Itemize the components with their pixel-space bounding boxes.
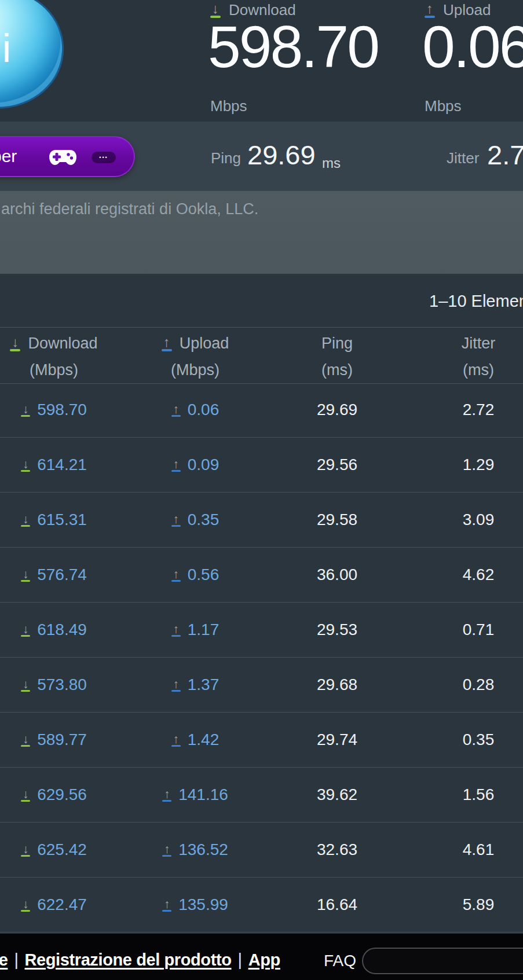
row-download-link[interactable]: ↓ 629.56 xyxy=(2,768,106,822)
upload-arrow-icon: ↑ xyxy=(171,623,181,637)
jitter-value: 2.72 xyxy=(487,139,523,171)
results-table-section: 1–10 Elementi ↓ Download (Mbps) ↑ Upload xyxy=(0,274,523,934)
upload-arrow-icon: ↑ xyxy=(171,568,181,582)
row-download-link[interactable]: ↓ 589.77 xyxy=(2,713,106,767)
row-upload-value: 1.37 xyxy=(188,676,220,694)
row-download-link[interactable]: ↓ 618.49 xyxy=(2,603,106,657)
header-jitter-unit: (ms) xyxy=(426,361,523,379)
header-download-unit: (Mbps) xyxy=(2,361,106,379)
row-upload-link[interactable]: ↑ 136.52 xyxy=(143,823,247,877)
upload-arrow-icon: ↑ xyxy=(162,843,171,857)
footer: le | Registrazione del prodotto | App FA… xyxy=(0,934,523,980)
row-ping-value: 32.63 xyxy=(285,823,389,877)
row-download-value: 622.47 xyxy=(37,895,87,914)
header-upload-label: Upload xyxy=(180,335,229,353)
row-upload-value: 0.56 xyxy=(188,566,220,584)
row-upload-link[interactable]: ↑ 0.35 xyxy=(143,493,247,547)
row-download-link[interactable]: ↓ 622.47 xyxy=(2,878,106,932)
row-upload-link[interactable]: ↑ 135.99 xyxy=(143,878,247,932)
row-download-value: 618.49 xyxy=(37,621,87,639)
header-cell-ping: Ping (ms) xyxy=(285,328,389,383)
row-upload-link[interactable]: ↑ 0.06 xyxy=(143,383,247,437)
row-ping-value: 29.53 xyxy=(285,603,389,657)
header-download-label: Download xyxy=(28,335,97,353)
upload-arrow-icon: ↑ xyxy=(171,678,181,692)
gamepad-icon[interactable] xyxy=(49,149,76,168)
upload-arrow-icon: ↑ xyxy=(162,788,171,802)
footer-link-product-registration[interactable]: Registrazione del prodotto xyxy=(25,950,232,970)
download-arrow-icon: ↓ xyxy=(21,403,30,417)
mascot-letter: i xyxy=(2,25,11,71)
row-upload-link[interactable]: ↑ 1.17 xyxy=(143,603,247,657)
more-options-button[interactable]: ••• xyxy=(92,152,116,163)
row-jitter-value: 1.29 xyxy=(426,438,523,492)
footer-link-app[interactable]: App xyxy=(248,950,280,970)
row-ping-value: 29.69 xyxy=(285,383,389,437)
row-jitter-value: 0.71 xyxy=(426,603,523,657)
table-row: ↓ 618.49 ↑ 1.17 29.53 0.71 xyxy=(0,603,523,658)
row-download-link[interactable]: ↓ 625.42 xyxy=(2,823,106,877)
row-upload-link[interactable]: ↑ 0.09 xyxy=(143,438,247,492)
download-arrow-icon: ↓ xyxy=(21,898,30,912)
row-download-value: 625.42 xyxy=(37,840,87,859)
header-ping-label: Ping xyxy=(321,335,353,353)
row-jitter-value: 4.62 xyxy=(426,548,523,602)
table-row: ↓ 625.42 ↑ 136.52 32.63 4.61 xyxy=(0,823,523,878)
row-upload-value: 135.99 xyxy=(178,895,228,914)
upload-arrow-icon: ↑ xyxy=(171,403,181,417)
upload-arrow-icon: ↑ xyxy=(171,733,181,747)
row-download-value: 629.56 xyxy=(37,786,87,804)
row-download-value: 614.21 xyxy=(37,456,87,474)
row-download-link[interactable]: ↓ 573.80 xyxy=(2,658,106,712)
row-upload-link[interactable]: ↑ 0.56 xyxy=(143,548,247,602)
row-jitter-value: 3.09 xyxy=(426,493,523,547)
upload-result: ↑ Upload 0.06 Mbps xyxy=(425,0,523,122)
header-ping-unit: (ms) xyxy=(285,361,389,379)
game-toolbar-label: ber xyxy=(0,146,17,166)
download-arrow-icon: ↓ xyxy=(21,458,30,472)
upload-arrow-icon: ↑ xyxy=(162,898,171,912)
row-upload-value: 0.09 xyxy=(188,456,220,474)
ping-value: 29.69 xyxy=(247,139,316,171)
game-toolbar[interactable]: ber ••• xyxy=(0,136,135,177)
row-jitter-value: 1.56 xyxy=(426,768,523,822)
header-cell-download: ↓ Download (Mbps) xyxy=(2,328,106,383)
row-upload-value: 0.06 xyxy=(188,401,220,419)
row-ping-value: 39.62 xyxy=(285,768,389,822)
row-download-value: 576.74 xyxy=(37,566,87,584)
upload-arrow-icon: ↑ xyxy=(162,336,172,351)
row-ping-value: 29.68 xyxy=(285,658,389,712)
download-unit: Mbps xyxy=(210,97,247,115)
row-upload-value: 0.35 xyxy=(188,511,220,529)
row-upload-value: 141.16 xyxy=(178,786,228,804)
footer-link-fragment[interactable]: le xyxy=(0,950,8,970)
row-ping-value: 36.00 xyxy=(285,548,389,602)
table-row: ↓ 589.77 ↑ 1.42 29.74 0.35 xyxy=(0,713,523,768)
row-upload-link[interactable]: ↑ 141.16 xyxy=(143,768,247,822)
row-ping-value: 29.74 xyxy=(285,713,389,767)
trademark-band: archi federali registrati di Ookla, LLC. xyxy=(0,191,523,274)
table-row: ↓ 573.80 ↑ 1.37 29.68 0.28 xyxy=(0,658,523,713)
row-download-value: 573.80 xyxy=(37,676,87,694)
table-header: ↓ Download (Mbps) ↑ Upload (Mbps) Ping (… xyxy=(0,327,523,384)
upload-arrow-icon: ↑ xyxy=(171,513,181,527)
row-upload-link[interactable]: ↑ 1.37 xyxy=(143,658,247,712)
row-jitter-value: 4.61 xyxy=(426,823,523,877)
footer-faq-link[interactable]: FAQ xyxy=(324,952,356,970)
results-count-label: 1–10 Elementi xyxy=(429,292,523,311)
row-download-link[interactable]: ↓ 576.74 xyxy=(2,548,106,602)
row-upload-link[interactable]: ↑ 1.42 xyxy=(143,713,247,767)
table-row: ↓ 622.47 ↑ 135.99 16.64 5.89 xyxy=(0,878,523,933)
row-download-link[interactable]: ↓ 614.21 xyxy=(2,438,106,492)
footer-separator: | xyxy=(14,950,18,970)
table-row: ↓ 598.70 ↑ 0.06 29.69 2.72 xyxy=(0,383,523,438)
row-download-link[interactable]: ↓ 615.31 xyxy=(2,493,106,547)
upload-arrow-icon: ↑ xyxy=(171,458,181,472)
result-summary-section: ↓ Download 598.70 Mbps ↑ Upload 0.06 Mbp… xyxy=(0,0,523,122)
download-arrow-icon: ↓ xyxy=(21,678,30,692)
footer-pill-button[interactable] xyxy=(362,948,523,974)
trademark-text: archi federali registrati di Ookla, LLC. xyxy=(1,200,258,218)
row-download-link[interactable]: ↓ 598.70 xyxy=(2,383,106,437)
row-jitter-value: 0.35 xyxy=(426,713,523,767)
download-arrow-icon: ↓ xyxy=(21,788,30,802)
